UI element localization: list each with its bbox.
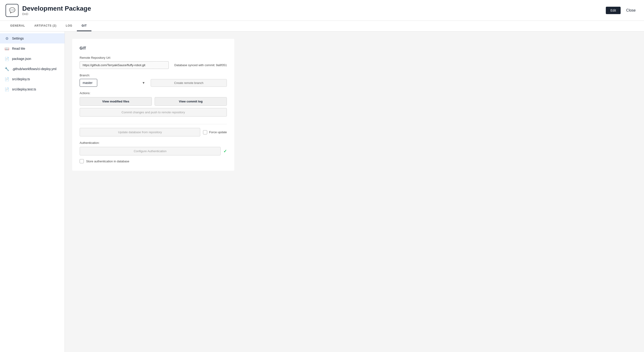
src-deploy-test-icon: 📄 (5, 87, 9, 92)
readme-icon: 📖 (5, 46, 9, 51)
actions-row: View modified files View commit log (80, 97, 227, 106)
separator-1 (80, 124, 227, 124)
sidebar-item-package-json[interactable]: 📄 package.json (0, 54, 64, 64)
sidebar-item-settings[interactable]: ⚙ Settings (0, 33, 64, 43)
settings-icon: ⚙ (5, 36, 9, 41)
repo-row: Database synced with commit: 9a8f351 (80, 61, 227, 69)
view-modified-files-button[interactable]: View modified files (80, 97, 152, 106)
store-auth-label: Store authentication in database (86, 160, 129, 163)
sidebar-item-src-deploy-test[interactable]: 📄 src/deploy.test.ts (0, 84, 64, 94)
sidebar-item-src-deploy[interactable]: 📄 src/deploy.ts (0, 74, 64, 84)
auth-verified-icon: ✓ (224, 149, 227, 154)
sidebar: ⚙ Settings 📖 Read Me 📄 package.json 🔧 .g… (0, 31, 65, 352)
sidebar-item-readme[interactable]: 📖 Read Me (0, 43, 64, 54)
branch-row: master main develop ▼ Create remote bran… (80, 79, 227, 87)
view-commit-log-button[interactable]: View commit log (155, 97, 227, 106)
close-button[interactable]: Close (624, 6, 638, 14)
header: 💬 Development Package DnD Edit Close (0, 0, 644, 21)
page-subtitle: DnD (22, 12, 91, 16)
force-update-checkbox[interactable] (203, 130, 207, 134)
actions-label: Actions: (80, 91, 227, 95)
sidebar-item-src-deploy-test-label: src/deploy.test.ts (12, 87, 36, 91)
create-remote-branch-button[interactable]: Create remote branch (151, 79, 227, 87)
ci-deploy-icon: 🔧 (5, 67, 9, 71)
tab-bar: GENERAL ARTIFACTS (2) LOG GIT (0, 21, 644, 31)
update-db-button[interactable]: Update database from repository (80, 128, 200, 136)
git-section-title: GIT (80, 46, 227, 50)
git-panel: GIT Remote Repository Url: Database sync… (72, 39, 234, 171)
sync-status: Database synced with commit: 9a8f351 (174, 63, 227, 67)
sidebar-item-readme-label: Read Me (12, 47, 25, 50)
main-layout: ⚙ Settings 📖 Read Me 📄 package.json 🔧 .g… (0, 31, 644, 352)
authentication-label: Authentication: (80, 141, 227, 145)
commit-push-button[interactable]: Commit changes and push to remote reposi… (80, 108, 227, 117)
branch-select-wrapper: master main develop ▼ (80, 79, 148, 87)
store-auth-row[interactable]: Store authentication in database (80, 159, 227, 163)
src-deploy-icon: 📄 (5, 77, 9, 81)
tab-general[interactable]: GENERAL (6, 21, 30, 31)
tab-log[interactable]: LOG (61, 21, 77, 31)
sidebar-item-src-deploy-label: src/deploy.ts (12, 77, 30, 81)
update-row: Update database from repository Force up… (80, 128, 227, 136)
header-actions: Edit Close (606, 6, 638, 14)
header-left: 💬 Development Package DnD (6, 4, 91, 17)
sidebar-item-settings-label: Settings (12, 36, 24, 40)
sidebar-item-package-json-label: package.json (12, 57, 31, 61)
store-auth-checkbox[interactable] (80, 159, 84, 163)
repo-url-input[interactable] (80, 61, 169, 69)
branch-label: Branch: (80, 73, 227, 77)
main-content: GIT Remote Repository Url: Database sync… (65, 31, 644, 352)
header-text: Development Package DnD (22, 5, 91, 16)
repo-url-label: Remote Repository Url: (80, 56, 227, 59)
sidebar-item-ci-deploy-label: .github/workflows/ci-deploy.yml (12, 67, 56, 71)
chevron-down-icon: ▼ (142, 81, 145, 85)
sidebar-item-ci-deploy[interactable]: 🔧 .github/workflows/ci-deploy.yml (0, 64, 64, 74)
force-update-label[interactable]: Force update (203, 130, 227, 134)
force-update-text: Force update (209, 130, 227, 134)
edit-button[interactable]: Edit (606, 7, 620, 14)
package-json-icon: 📄 (5, 56, 9, 61)
auth-row: Configure Authentication ✓ (80, 147, 227, 155)
tab-artifacts[interactable]: ARTIFACTS (2) (30, 21, 61, 31)
branch-select[interactable]: master main develop (80, 79, 97, 87)
app-icon: 💬 (6, 4, 18, 17)
tab-git[interactable]: GIT (77, 21, 91, 31)
page-title: Development Package (22, 5, 91, 12)
configure-auth-button[interactable]: Configure Authentication (80, 147, 220, 155)
